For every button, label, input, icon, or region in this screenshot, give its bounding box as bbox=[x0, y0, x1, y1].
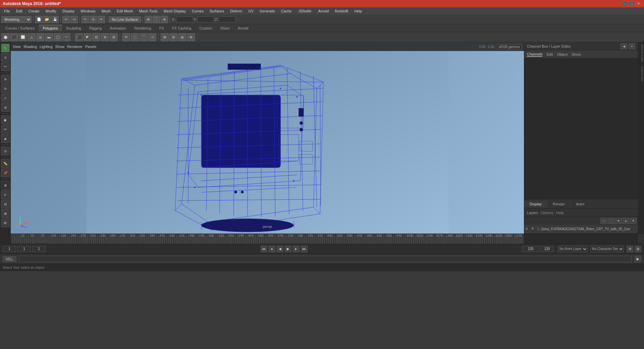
paint-sel-tool[interactable]: ⊙ bbox=[1, 53, 10, 62]
no-live-surface-btn[interactable]: No Live Surface bbox=[109, 16, 141, 22]
fill-icon[interactable]: ⊞ bbox=[110, 33, 118, 41]
menu-item-cache[interactable]: Cache bbox=[278, 8, 294, 14]
move-tool[interactable]: ✛ bbox=[1, 75, 10, 84]
snap-grid-btn[interactable]: ⊞ bbox=[145, 16, 152, 23]
menu-item-display[interactable]: Display bbox=[60, 8, 77, 14]
menu-item-mesh[interactable]: Mesh bbox=[99, 8, 113, 14]
z-input[interactable] bbox=[219, 16, 235, 22]
menu-item-surfaces[interactable]: Surfaces bbox=[207, 8, 227, 14]
menu-item-modify[interactable]: Modify bbox=[43, 8, 59, 14]
crease-icon[interactable]: ⌒ bbox=[140, 33, 148, 41]
disk-icon[interactable]: ◯ bbox=[54, 33, 62, 41]
cylinder-icon[interactable]: ⬜ bbox=[19, 33, 27, 41]
menu-item-redshift[interactable]: Redshift bbox=[332, 8, 351, 14]
maximize-button[interactable]: □ bbox=[629, 1, 635, 6]
tab-polygons[interactable]: Polygons bbox=[39, 25, 62, 31]
extrude-icon[interactable]: ↑⬛ bbox=[75, 33, 83, 41]
separate-icon[interactable]: ⊟ bbox=[169, 33, 177, 41]
sphere-icon[interactable]: ⬤ bbox=[1, 33, 9, 41]
bevel-icon[interactable]: ◤ bbox=[84, 33, 92, 41]
merge-icon[interactable]: ⊕ bbox=[101, 33, 109, 41]
mel-input[interactable] bbox=[19, 256, 632, 262]
layer-visibility[interactable]: V bbox=[526, 227, 530, 231]
menu-item-windows[interactable]: Windows bbox=[78, 8, 98, 14]
tab-fx[interactable]: FX bbox=[155, 25, 168, 31]
plane-icon[interactable]: ▬ bbox=[45, 33, 53, 41]
measure-tool[interactable]: 📏 bbox=[1, 159, 10, 168]
lasso-tool[interactable]: 〜 bbox=[1, 62, 10, 71]
renderer-menu[interactable]: Renderer bbox=[67, 45, 83, 49]
tab-curves--surfaces[interactable]: Curves / Surfaces bbox=[1, 25, 39, 31]
viewport[interactable]: View Shading Lighting Show Renderer Pane… bbox=[11, 42, 524, 234]
menu-item-deform[interactable]: Deform bbox=[227, 8, 245, 14]
layers-tab[interactable]: Layers bbox=[527, 211, 538, 215]
tab-sculpting[interactable]: Sculpting bbox=[62, 25, 85, 31]
step-back-btn[interactable]: ⏴ bbox=[269, 246, 275, 252]
current-frame-input[interactable] bbox=[3, 246, 16, 252]
menu-item-generate[interactable]: Generate bbox=[257, 8, 278, 14]
script-execute-btn[interactable]: ▶ bbox=[635, 256, 641, 262]
render-tab[interactable]: Render bbox=[547, 201, 571, 207]
sculpt-tool[interactable]: ✏ bbox=[1, 125, 10, 134]
menu-item--3dtoall-[interactable]: -3DtoAll- bbox=[295, 8, 315, 14]
select-tool[interactable]: ↖ bbox=[1, 44, 10, 52]
ring-icon[interactable]: ◌ bbox=[131, 33, 139, 41]
channels-nav[interactable]: Channels bbox=[527, 52, 542, 57]
move-down-btn[interactable]: ▼ bbox=[630, 218, 637, 224]
lasso-btn[interactable]: ⊙ bbox=[90, 16, 97, 23]
torus-icon[interactable]: ◎ bbox=[36, 33, 44, 41]
menu-item-help[interactable]: Help bbox=[352, 8, 365, 14]
timeline-track[interactable]: 2550751001251501752002252502753003253503… bbox=[11, 234, 524, 244]
attr-editor-strip-btn[interactable]: Attribute Editor bbox=[638, 42, 644, 64]
menu-item-create[interactable]: Create bbox=[26, 8, 42, 14]
shelf-btn[interactable]: ≡ bbox=[1, 190, 10, 199]
anim-tab[interactable]: Anim bbox=[571, 201, 590, 207]
loop-icon[interactable]: ⟳ bbox=[122, 33, 130, 41]
gamma-selector[interactable]: sRGB gamma bbox=[496, 44, 522, 49]
layer-opts-btn[interactable]: ▼ bbox=[615, 218, 622, 224]
new-layer-btn[interactable]: + bbox=[600, 218, 607, 224]
smooth-icon[interactable]: ◍ bbox=[178, 33, 186, 41]
close-button[interactable]: ✕ bbox=[636, 1, 641, 6]
select-btn[interactable]: ↖ bbox=[82, 16, 89, 23]
end-frame-input[interactable] bbox=[540, 246, 554, 252]
start-frame-input[interactable] bbox=[17, 246, 31, 252]
script-type-label[interactable]: MEL bbox=[3, 256, 16, 262]
tab-xgen[interactable]: XGen bbox=[216, 25, 233, 31]
save-scene-btn[interactable]: 💾 bbox=[51, 16, 59, 23]
step-forward-btn[interactable]: ⏵ bbox=[293, 246, 300, 252]
panel-expand-btn[interactable]: ◀ bbox=[621, 43, 627, 49]
character-set-select[interactable]: No Character Set bbox=[590, 246, 624, 252]
lighting-menu[interactable]: Lighting bbox=[40, 45, 53, 49]
anim-extra-btn[interactable]: ⊞ bbox=[635, 246, 641, 252]
tool-settings-btn[interactable]: ⚙ bbox=[1, 218, 10, 227]
range-end-input[interactable] bbox=[522, 246, 539, 252]
view-menu[interactable]: View bbox=[13, 45, 21, 49]
show-menu[interactable]: Show bbox=[55, 45, 65, 49]
y-input[interactable] bbox=[197, 16, 214, 22]
quick-layout-btn[interactable]: ⊞ bbox=[1, 181, 10, 190]
channel-box-strip-btn[interactable]: Channel Box bbox=[638, 64, 644, 84]
redo-btn[interactable]: ↪ bbox=[70, 16, 78, 23]
tab-rendering[interactable]: Rendering bbox=[130, 25, 155, 31]
tab-custom[interactable]: Custom bbox=[196, 25, 216, 31]
minimize-button[interactable]: ─ bbox=[623, 1, 628, 6]
bridge-icon[interactable]: ⊟ bbox=[92, 33, 100, 41]
panel-close-btn[interactable]: ✕ bbox=[629, 43, 635, 49]
snap-curve-btn[interactable]: ⌒ bbox=[153, 16, 160, 23]
shading-menu[interactable]: Shading bbox=[23, 45, 37, 49]
menu-item-mesh-tools[interactable]: Mesh Tools bbox=[137, 8, 160, 14]
attr-editor-btn[interactable]: ⊞ bbox=[1, 209, 10, 218]
soft-select-tool[interactable]: ◉ bbox=[1, 115, 10, 124]
tab-arnold[interactable]: Arnold bbox=[234, 25, 253, 31]
range-start-input[interactable] bbox=[32, 246, 46, 252]
anim-settings-btn[interactable]: ⚙ bbox=[627, 246, 633, 252]
object-nav[interactable]: Object bbox=[557, 52, 568, 56]
snap-together-tool[interactable]: ⊝ bbox=[1, 147, 10, 155]
go-start-btn[interactable]: ⏮ bbox=[261, 246, 267, 252]
menu-item-edit[interactable]: Edit bbox=[13, 8, 25, 14]
workspace-selector[interactable]: Modeling bbox=[1, 16, 32, 23]
annotation-tool[interactable]: 📌 bbox=[1, 168, 10, 177]
undo-btn[interactable]: ↩ bbox=[62, 16, 70, 23]
play-back-btn[interactable]: ◀ bbox=[277, 246, 283, 252]
